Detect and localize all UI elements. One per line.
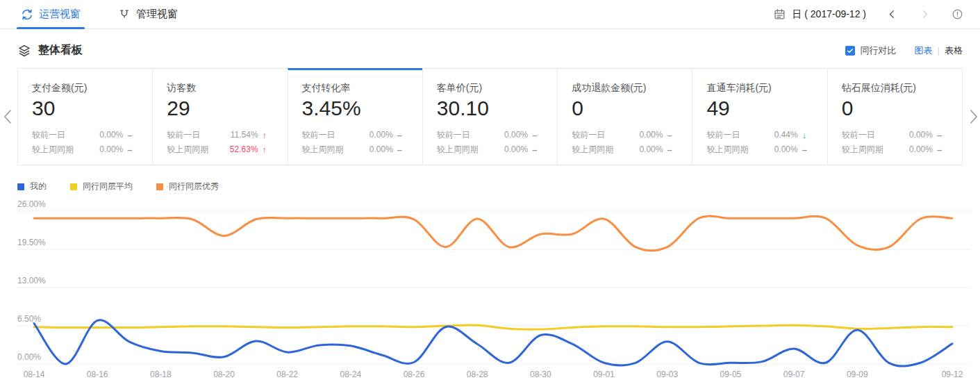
tab-label: 管理视窗 [136,8,178,21]
legend-item[interactable]: 同行同层平均 [70,181,133,192]
circular-arrows-icon [21,8,33,21]
nav-right-controls: 日 ( 2017-09-12 ) [774,7,965,22]
comparison-row: 较前一日 0.44% ↓ [706,128,813,142]
comparison-name: 较前一日 [437,128,492,142]
legend-label: 同行同层平均 [83,181,133,192]
legend-swatch-icon [156,183,163,190]
metric-label: 钻石展位消耗(元) [842,81,948,94]
comparison-name: 较上周同期 [437,142,492,157]
svg-text:09-12: 09-12 [942,370,963,379]
trend-icon: – [532,145,543,154]
prev-date-button[interactable] [884,7,899,22]
metric-value: 0 [842,95,948,122]
svg-text:6.50%: 6.50% [17,314,41,324]
legend-swatch-icon [70,183,77,190]
metric-label: 成功退款金额(元) [572,81,678,94]
legend-item[interactable]: 同行同层优秀 [156,181,219,192]
top-navigation: 运营视窗 管理视窗 日 ( [0,0,980,29]
comparison-name: 较上周同期 [167,142,222,157]
board-controls: 同行对比 图表 | 表格 [845,44,963,57]
date-label: 日 ( 2017-09-12 ) [792,8,866,21]
comparison-name: 较前一日 [842,128,897,142]
metric-card[interactable]: 成功退款金额(元) 0 较前一日 0.00% – 较上周同期 0.00% – [557,68,692,165]
comparison-value: 0.00% [762,142,798,157]
trend-icon: – [127,131,138,140]
comparison-row: 较上周同期 0.00% – [437,142,543,157]
comparison-name: 较前一日 [32,128,87,142]
comparison-row: 较上周同期 0.00% – [572,142,678,157]
svg-text:08-14: 08-14 [24,370,45,379]
comparison-row: 较上周同期 52.63% ↑ [167,142,273,157]
metric-card[interactable]: 客单价(元) 30.10 较前一日 0.00% – 较上周同期 0.00% – [422,68,558,165]
next-date-button[interactable] [917,7,933,22]
metric-label: 支付金额(元) [32,81,138,94]
view-chart-link[interactable]: 图表 [915,44,933,57]
trend-icon: ↑ [263,145,274,154]
trend-icon: ↓ [802,131,813,140]
svg-text:09-01: 09-01 [593,370,615,379]
svg-text:09-03: 09-03 [656,370,678,379]
peer-compare-label[interactable]: 同行对比 [861,44,897,57]
metric-card[interactable]: 访客数 29 较前一日 11.54% ↑ 较上周同期 52.63% ↑ [152,68,288,165]
svg-text:08-16: 08-16 [87,370,108,379]
svg-text:0.00%: 0.00% [17,352,41,362]
comparison-name: 较前一日 [302,128,357,142]
metric-value: 49 [706,95,813,122]
metric-label: 客单价(元) [437,81,543,94]
trend-icon: ↑ [263,131,274,140]
comparison-name: 较前一日 [572,128,626,142]
comparison-row: 较前一日 0.00% – [842,128,948,142]
comparison-value: 52.63% [222,142,258,157]
metric-card[interactable]: 支付转化率 3.45% 较前一日 0.00% – 较上周同期 0.00% – [288,68,423,165]
comparison-value: 0.00% [357,128,393,142]
metric-card[interactable]: 直通车消耗(元) 49 较前一日 0.44% ↓ 较上周同期 0.00% – [692,68,827,165]
comparison-name: 较上周同期 [302,142,357,157]
view-table-link[interactable]: 表格 [945,44,963,57]
layers-icon [17,44,31,58]
trend-icon: – [397,145,408,154]
comparison-row: 较上周同期 0.00% – [302,142,408,157]
page-title: 整体看板 [38,43,83,58]
trend-icon: – [802,145,813,154]
comparison-row: 较前一日 0.00% – [302,128,408,142]
svg-text:08-18: 08-18 [150,370,172,379]
svg-text:08-28: 08-28 [467,370,488,379]
peer-compare-checkbox[interactable] [845,46,855,56]
metric-card[interactable]: 支付金额(元) 30 较前一日 0.00% – 较上周同期 0.00% – [17,68,153,165]
info-icon[interactable] [949,7,965,22]
calendar-icon [774,8,786,20]
comparison-name: 较上周同期 [842,142,897,157]
comparison-name: 较上周同期 [572,142,626,157]
comparison-value: 0.00% [897,142,933,157]
chart-legend: 我的 同行同层平均 同行同层优秀 [17,181,980,192]
legend-label: 同行同层优秀 [169,181,219,192]
trend-icon: – [127,145,138,154]
metric-cards: 支付金额(元) 30 较前一日 0.00% – 较上周同期 0.00% – 访客… [17,68,963,165]
comparison-value: 0.00% [626,142,663,157]
trend-icon: – [667,131,678,140]
comparison-row: 较前一日 0.00% – [437,128,543,142]
cards-next-arrow[interactable] [969,109,979,124]
comparison-name: 较上周同期 [706,142,761,157]
comparison-row: 较上周同期 0.00% – [842,142,948,157]
metric-card[interactable]: 钻石展位消耗(元) 0 较前一日 0.00% – 较上周同期 0.00% – [827,68,963,165]
svg-text:09-07: 09-07 [783,370,805,379]
tab-label: 运营视窗 [39,8,81,21]
svg-text:08-22: 08-22 [276,370,298,379]
comparison-row: 较上周同期 0.00% – [706,142,813,157]
metric-cards-row: 支付金额(元) 30 较前一日 0.00% – 较上周同期 0.00% – 访客… [17,68,963,165]
date-selector[interactable]: 日 ( 2017-09-12 ) [774,8,866,21]
trend-icon: – [937,145,948,154]
comparison-row: 较前一日 0.00% – [572,128,678,142]
metric-value: 29 [167,95,273,122]
svg-text:08-24: 08-24 [340,370,362,379]
comparison-row: 较前一日 11.54% ↑ [167,128,273,142]
svg-text:09-05: 09-05 [720,370,742,379]
legend-label: 我的 [30,181,47,192]
legend-item[interactable]: 我的 [17,181,47,192]
tab-management-view[interactable]: 管理视窗 [118,0,178,28]
cards-prev-arrow[interactable] [3,109,13,124]
tab-operation-view[interactable]: 运营视窗 [21,0,81,28]
comparison-value: 11.54% [222,128,258,142]
svg-text:19.50%: 19.50% [17,238,46,247]
